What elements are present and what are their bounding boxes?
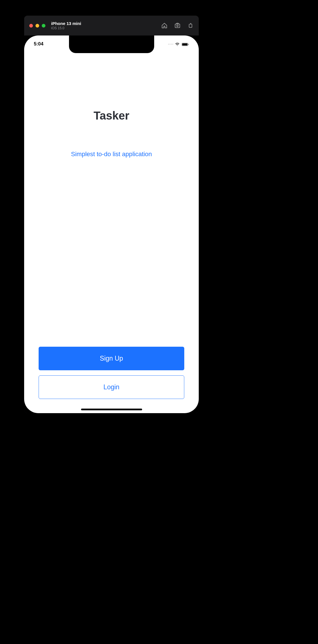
notch xyxy=(69,35,154,53)
phone-screen: 5:04 xyxy=(24,35,199,413)
device-name: iPhone 13 mini xyxy=(51,21,161,26)
simulator-titlebar: iPhone 13 mini iOS 15.0 xyxy=(24,16,199,35)
home-icon[interactable] xyxy=(161,22,168,29)
home-indicator[interactable] xyxy=(81,409,142,410)
svg-rect-5 xyxy=(188,44,189,45)
traffic-lights xyxy=(29,24,45,28)
minimize-window-button[interactable] xyxy=(35,24,39,28)
status-time: 5:04 xyxy=(34,41,43,47)
cellular-signal-icon xyxy=(168,44,173,45)
svg-point-1 xyxy=(177,25,178,27)
svg-rect-2 xyxy=(189,24,192,28)
svg-rect-4 xyxy=(182,43,188,45)
os-version: iOS 15.0 xyxy=(51,26,161,30)
app-subtitle: Simplest to-do list application xyxy=(24,150,199,158)
screenshot-icon[interactable] xyxy=(174,22,181,29)
status-indicators xyxy=(168,42,189,46)
rotate-icon[interactable] xyxy=(187,22,194,29)
wifi-icon xyxy=(175,42,180,46)
svg-rect-0 xyxy=(175,24,180,28)
signup-button[interactable]: Sign Up xyxy=(39,347,184,370)
close-window-button[interactable] xyxy=(29,24,33,28)
app-title: Tasker xyxy=(24,109,199,122)
simulator-window: iPhone 13 mini iOS 15.0 xyxy=(24,16,199,413)
button-container: Sign Up Login xyxy=(39,347,184,399)
phone-frame: 5:04 xyxy=(24,35,199,413)
login-button[interactable]: Login xyxy=(39,375,184,399)
titlebar-actions xyxy=(161,22,194,29)
maximize-window-button[interactable] xyxy=(42,24,45,28)
battery-icon xyxy=(181,42,189,46)
app-content: Tasker Simplest to-do list application S… xyxy=(24,35,199,413)
device-info: iPhone 13 mini iOS 15.0 xyxy=(51,21,161,30)
